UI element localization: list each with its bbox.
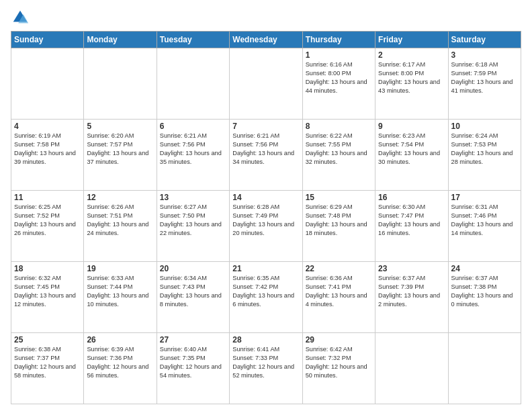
day-cell: 1Sunrise: 6:16 AM Sunset: 8:00 PM Daylig… — [302, 48, 375, 120]
day-number: 6 — [160, 122, 226, 131]
day-info: Sunrise: 6:22 AM Sunset: 7:55 PM Dayligh… — [306, 132, 372, 167]
day-cell: 19Sunrise: 6:33 AM Sunset: 7:44 PM Dayli… — [84, 262, 157, 333]
day-cell: 26Sunrise: 6:39 AM Sunset: 7:36 PM Dayli… — [84, 333, 157, 404]
day-cell: 16Sunrise: 6:30 AM Sunset: 7:47 PM Dayli… — [375, 191, 448, 262]
day-cell: 20Sunrise: 6:34 AM Sunset: 7:43 PM Dayli… — [157, 262, 229, 333]
day-number: 15 — [306, 193, 372, 202]
day-header-sunday: Sunday — [11, 32, 84, 48]
day-cell: 7Sunrise: 6:21 AM Sunset: 7:56 PM Daylig… — [230, 120, 302, 191]
day-info: Sunrise: 6:40 AM Sunset: 7:35 PM Dayligh… — [160, 345, 226, 380]
day-cell: 22Sunrise: 6:36 AM Sunset: 7:41 PM Dayli… — [302, 262, 375, 333]
day-cell: 23Sunrise: 6:37 AM Sunset: 7:39 PM Dayli… — [375, 262, 448, 333]
day-number: 21 — [232, 264, 299, 273]
day-cell: 12Sunrise: 6:26 AM Sunset: 7:51 PM Dayli… — [84, 191, 157, 262]
day-info: Sunrise: 6:34 AM Sunset: 7:43 PM Dayligh… — [160, 274, 226, 309]
day-cell: 15Sunrise: 6:29 AM Sunset: 7:48 PM Dayli… — [302, 191, 375, 262]
day-number: 10 — [451, 122, 518, 131]
day-number: 12 — [87, 193, 153, 202]
day-number: 24 — [451, 264, 518, 273]
week-row-4: 18Sunrise: 6:32 AM Sunset: 7:45 PM Dayli… — [11, 262, 521, 333]
day-info: Sunrise: 6:26 AM Sunset: 7:51 PM Dayligh… — [87, 203, 153, 238]
day-info: Sunrise: 6:17 AM Sunset: 8:00 PM Dayligh… — [378, 60, 445, 95]
day-cell — [230, 48, 302, 120]
header-row: SundayMondayTuesdayWednesdayThursdayFrid… — [11, 32, 521, 48]
day-info: Sunrise: 6:33 AM Sunset: 7:44 PM Dayligh… — [87, 274, 153, 309]
day-cell — [84, 48, 157, 120]
day-cell — [375, 333, 448, 404]
day-header-wednesday: Wednesday — [230, 32, 302, 48]
day-number: 18 — [14, 264, 81, 273]
page: SundayMondayTuesdayWednesdayThursdayFrid… — [0, 0, 532, 411]
day-info: Sunrise: 6:32 AM Sunset: 7:45 PM Dayligh… — [14, 274, 81, 309]
day-cell: 4Sunrise: 6:19 AM Sunset: 7:58 PM Daylig… — [11, 120, 84, 191]
day-number: 4 — [14, 122, 81, 131]
day-number: 1 — [306, 50, 372, 60]
day-info: Sunrise: 6:42 AM Sunset: 7:32 PM Dayligh… — [306, 345, 372, 380]
day-number: 19 — [87, 264, 153, 273]
day-info: Sunrise: 6:21 AM Sunset: 7:56 PM Dayligh… — [232, 132, 299, 167]
day-info: Sunrise: 6:28 AM Sunset: 7:49 PM Dayligh… — [232, 203, 299, 238]
day-cell: 9Sunrise: 6:23 AM Sunset: 7:54 PM Daylig… — [375, 120, 448, 191]
day-number: 16 — [378, 193, 445, 202]
calendar-body: 1Sunrise: 6:16 AM Sunset: 8:00 PM Daylig… — [11, 48, 521, 404]
day-header-tuesday: Tuesday — [157, 32, 229, 48]
day-info: Sunrise: 6:36 AM Sunset: 7:41 PM Dayligh… — [306, 274, 372, 309]
day-cell: 3Sunrise: 6:18 AM Sunset: 7:59 PM Daylig… — [448, 48, 521, 120]
day-cell: 11Sunrise: 6:25 AM Sunset: 7:52 PM Dayli… — [11, 191, 84, 262]
day-number: 14 — [232, 193, 299, 202]
day-number: 5 — [87, 122, 153, 131]
calendar-header: SundayMondayTuesdayWednesdayThursdayFrid… — [11, 32, 521, 48]
day-number: 13 — [160, 193, 226, 202]
day-number: 23 — [378, 264, 445, 273]
day-number: 9 — [378, 122, 445, 131]
calendar-table: SundayMondayTuesdayWednesdayThursdayFrid… — [11, 31, 521, 404]
day-info: Sunrise: 6:37 AM Sunset: 7:38 PM Dayligh… — [451, 274, 518, 309]
day-cell: 6Sunrise: 6:21 AM Sunset: 7:56 PM Daylig… — [157, 120, 229, 191]
day-number: 8 — [306, 122, 372, 131]
day-number: 25 — [14, 335, 81, 345]
day-info: Sunrise: 6:23 AM Sunset: 7:54 PM Dayligh… — [378, 132, 445, 167]
day-info: Sunrise: 6:29 AM Sunset: 7:48 PM Dayligh… — [306, 203, 372, 238]
day-info: Sunrise: 6:31 AM Sunset: 7:46 PM Dayligh… — [451, 203, 518, 238]
logo — [11, 8, 32, 27]
day-header-saturday: Saturday — [448, 32, 521, 48]
day-cell: 21Sunrise: 6:35 AM Sunset: 7:42 PM Dayli… — [230, 262, 302, 333]
day-info: Sunrise: 6:39 AM Sunset: 7:36 PM Dayligh… — [87, 345, 153, 380]
day-header-friday: Friday — [375, 32, 448, 48]
day-number: 7 — [232, 122, 299, 131]
day-cell: 5Sunrise: 6:20 AM Sunset: 7:57 PM Daylig… — [84, 120, 157, 191]
day-cell: 29Sunrise: 6:42 AM Sunset: 7:32 PM Dayli… — [302, 333, 375, 404]
day-cell: 28Sunrise: 6:41 AM Sunset: 7:33 PM Dayli… — [230, 333, 302, 404]
day-info: Sunrise: 6:16 AM Sunset: 8:00 PM Dayligh… — [306, 60, 372, 95]
day-info: Sunrise: 6:19 AM Sunset: 7:58 PM Dayligh… — [14, 132, 81, 167]
day-info: Sunrise: 6:20 AM Sunset: 7:57 PM Dayligh… — [87, 132, 153, 167]
day-info: Sunrise: 6:24 AM Sunset: 7:53 PM Dayligh… — [451, 132, 518, 167]
day-number: 3 — [451, 50, 518, 60]
day-cell: 27Sunrise: 6:40 AM Sunset: 7:35 PM Dayli… — [157, 333, 229, 404]
day-info: Sunrise: 6:18 AM Sunset: 7:59 PM Dayligh… — [451, 60, 518, 95]
day-cell: 24Sunrise: 6:37 AM Sunset: 7:38 PM Dayli… — [448, 262, 521, 333]
day-header-monday: Monday — [84, 32, 157, 48]
day-cell: 13Sunrise: 6:27 AM Sunset: 7:50 PM Dayli… — [157, 191, 229, 262]
day-cell: 18Sunrise: 6:32 AM Sunset: 7:45 PM Dayli… — [11, 262, 84, 333]
day-info: Sunrise: 6:30 AM Sunset: 7:47 PM Dayligh… — [378, 203, 445, 238]
header — [11, 8, 521, 27]
day-cell: 17Sunrise: 6:31 AM Sunset: 7:46 PM Dayli… — [448, 191, 521, 262]
day-cell: 14Sunrise: 6:28 AM Sunset: 7:49 PM Dayli… — [230, 191, 302, 262]
day-cell — [11, 48, 84, 120]
day-number: 20 — [160, 264, 226, 273]
day-number: 17 — [451, 193, 518, 202]
day-number: 26 — [87, 335, 153, 345]
day-number: 2 — [378, 50, 445, 60]
day-cell: 2Sunrise: 6:17 AM Sunset: 8:00 PM Daylig… — [375, 48, 448, 120]
day-header-thursday: Thursday — [302, 32, 375, 48]
day-cell: 8Sunrise: 6:22 AM Sunset: 7:55 PM Daylig… — [302, 120, 375, 191]
week-row-5: 25Sunrise: 6:38 AM Sunset: 7:37 PM Dayli… — [11, 333, 521, 404]
day-info: Sunrise: 6:38 AM Sunset: 7:37 PM Dayligh… — [14, 345, 81, 380]
week-row-1: 1Sunrise: 6:16 AM Sunset: 8:00 PM Daylig… — [11, 48, 521, 120]
day-number: 22 — [306, 264, 372, 273]
day-number: 29 — [306, 335, 372, 345]
day-cell: 25Sunrise: 6:38 AM Sunset: 7:37 PM Dayli… — [11, 333, 84, 404]
week-row-2: 4Sunrise: 6:19 AM Sunset: 7:58 PM Daylig… — [11, 120, 521, 191]
day-number: 27 — [160, 335, 226, 345]
